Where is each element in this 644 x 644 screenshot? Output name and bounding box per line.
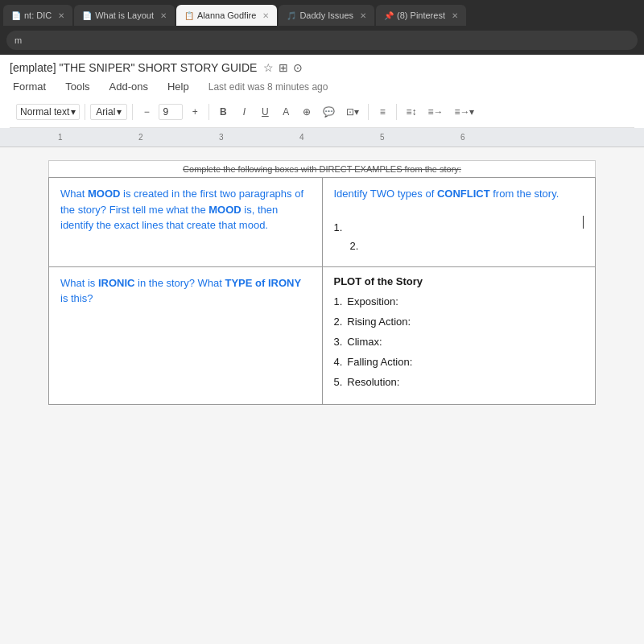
tab-dic-icon: 📄 bbox=[11, 11, 21, 20]
align-button[interactable]: ≡ bbox=[374, 104, 391, 120]
tab-dic[interactable]: 📄 nt: DIC ✕ bbox=[3, 5, 72, 26]
mood-question-text: What MOOD is created in the first two pa… bbox=[60, 188, 303, 231]
menu-format[interactable]: Format bbox=[10, 79, 49, 94]
comment-icon: 💬 bbox=[323, 106, 335, 118]
cloud-icon[interactable]: ⊙ bbox=[293, 61, 303, 74]
plot-item-1: 1. Exposition: bbox=[334, 295, 584, 308]
font-select[interactable]: Arial ▾ bbox=[90, 104, 127, 120]
cell-mood-question[interactable]: What MOOD is created in the first two pa… bbox=[49, 178, 323, 267]
toolbar-divider-3 bbox=[208, 104, 209, 120]
plot-list: 1. Exposition: 2. Rising Action: 3. Clim… bbox=[334, 295, 584, 388]
tab-daddy-icon: 🎵 bbox=[287, 11, 296, 20]
tab-pinterest-close[interactable]: ✕ bbox=[452, 11, 458, 20]
tab-layout-icon: 📄 bbox=[82, 11, 92, 20]
drive-icon[interactable]: ⊞ bbox=[279, 61, 288, 74]
docs-title-icons: ☆ ⊞ ⊙ bbox=[263, 61, 303, 74]
address-input[interactable] bbox=[6, 31, 638, 50]
address-bar bbox=[0, 26, 644, 55]
toolbar-divider-5 bbox=[396, 104, 397, 120]
ruler-tick-2: 2 bbox=[138, 133, 143, 142]
tab-daddy-close[interactable]: ✕ bbox=[360, 11, 366, 20]
plot-header: PLOT of the Story bbox=[334, 275, 584, 287]
cell-conflict-answer[interactable]: Identify TWO types of CONFLICT from the … bbox=[322, 178, 596, 267]
ruler-tick-4: 4 bbox=[299, 133, 304, 142]
font-color-label: A bbox=[283, 106, 289, 118]
cell-irony-question[interactable]: What is IRONIC in the story? What TYPE o… bbox=[49, 266, 323, 404]
plot-item-4: 4. Falling Action: bbox=[334, 356, 584, 368]
plot-item-5: 5. Resolution: bbox=[334, 376, 584, 388]
ruler-tick-3: 3 bbox=[219, 133, 224, 142]
comment-button[interactable]: 💬 bbox=[319, 104, 339, 120]
style-select[interactable]: Normal text ▾ bbox=[16, 104, 80, 120]
docs-header: [emplate] "THE SNIPER" SHORT STORY GUIDE… bbox=[0, 55, 644, 128]
font-size-display: 9 bbox=[159, 104, 183, 120]
table-row-2: What is IRONIC in the story? What TYPE o… bbox=[49, 266, 596, 404]
ruler-tick-5: 5 bbox=[380, 133, 385, 142]
font-color-button[interactable]: A bbox=[277, 104, 295, 120]
conflict-item-1: 1. bbox=[334, 221, 584, 233]
toolbar-divider-1 bbox=[85, 104, 85, 120]
conflict-item-2: 2. bbox=[334, 240, 584, 252]
browser-tabs: 📄 nt: DIC ✕ 📄 What is Layout ✕ 📋 Alanna … bbox=[0, 0, 644, 26]
tab-alanna-icon: 📋 bbox=[184, 11, 194, 20]
link-button[interactable]: ⊕ bbox=[298, 104, 316, 120]
docs-menu-row: Format Tools Add-ons Help Last edit was … bbox=[10, 77, 634, 96]
menu-help[interactable]: Help bbox=[164, 79, 192, 94]
font-size-decrease[interactable]: − bbox=[138, 104, 155, 120]
cell-plot-answer[interactable]: PLOT of the Story 1. Exposition: 2. Risi… bbox=[322, 266, 596, 404]
toolbar: Normal text ▾ Arial ▾ − 9 + B I U A ⊕ � bbox=[10, 96, 634, 128]
docs-container: [emplate] "THE SNIPER" SHORT STORY GUIDE… bbox=[0, 55, 644, 644]
conflict-list: 1. 2. bbox=[334, 221, 584, 252]
link-icon: ⊕ bbox=[303, 106, 311, 118]
doc-area[interactable]: Complete the following boxes with DIRECT… bbox=[0, 147, 644, 644]
plot-item-2: 2. Rising Action: bbox=[334, 316, 584, 328]
doc-header-strip: Complete the following boxes with DIRECT… bbox=[48, 160, 596, 177]
ruler-tick-6: 6 bbox=[460, 133, 465, 142]
ruler-tick-1: 1 bbox=[58, 133, 63, 142]
conflict-question-text: Identify TWO types of CONFLICT from the … bbox=[334, 188, 559, 200]
tab-alanna-close[interactable]: ✕ bbox=[262, 11, 269, 20]
docs-title-row: [emplate] "THE SNIPER" SHORT STORY GUIDE… bbox=[10, 58, 634, 77]
plot-item-3: 3. Climax: bbox=[334, 336, 584, 348]
menu-addons[interactable]: Add-ons bbox=[106, 79, 151, 94]
star-icon[interactable]: ☆ bbox=[263, 61, 274, 74]
line-spacing-button[interactable]: ≡↕ bbox=[402, 104, 420, 120]
tab-layout-close[interactable]: ✕ bbox=[160, 11, 167, 20]
image-icon: ⊡▾ bbox=[346, 106, 359, 118]
cursor bbox=[583, 216, 584, 229]
irony-question-text: What is IRONIC in the story? What TYPE o… bbox=[60, 277, 301, 305]
tab-dic-close[interactable]: ✕ bbox=[58, 11, 64, 20]
toolbar-divider-2 bbox=[132, 104, 133, 120]
docs-title: [emplate] "THE SNIPER" SHORT STORY GUIDE bbox=[10, 61, 257, 74]
image-button[interactable]: ⊡▾ bbox=[342, 104, 363, 120]
bold-button[interactable]: B bbox=[214, 104, 232, 120]
tab-pinterest[interactable]: 📌 (8) Pinterest ✕ bbox=[376, 5, 466, 26]
menu-tools[interactable]: Tools bbox=[62, 79, 93, 94]
tab-alanna[interactable]: 📋 Alanna Godfire ✕ bbox=[176, 5, 277, 26]
font-dropdown-icon: ▾ bbox=[117, 106, 122, 118]
tab-layout[interactable]: 📄 What is Layout ✕ bbox=[74, 5, 175, 26]
style-dropdown-icon: ▾ bbox=[71, 106, 76, 118]
ruler: 1 2 3 4 5 6 bbox=[0, 128, 644, 147]
toolbar-divider-4 bbox=[368, 104, 369, 120]
underline-button[interactable]: U bbox=[256, 104, 274, 120]
tab-pinterest-icon: 📌 bbox=[384, 11, 394, 20]
indent-more-button[interactable]: ≡→▾ bbox=[450, 104, 478, 120]
indent-button[interactable]: ≡→ bbox=[423, 104, 447, 120]
font-size-increase[interactable]: + bbox=[186, 104, 204, 120]
last-edit-text: Last edit was 8 minutes ago bbox=[208, 81, 328, 93]
tab-daddy[interactable]: 🎵 Daddy Issues ✕ bbox=[279, 5, 374, 26]
doc-table: What MOOD is created in the first two pa… bbox=[48, 177, 596, 405]
table-row-1: What MOOD is created in the first two pa… bbox=[49, 178, 596, 267]
italic-button[interactable]: I bbox=[235, 104, 253, 120]
